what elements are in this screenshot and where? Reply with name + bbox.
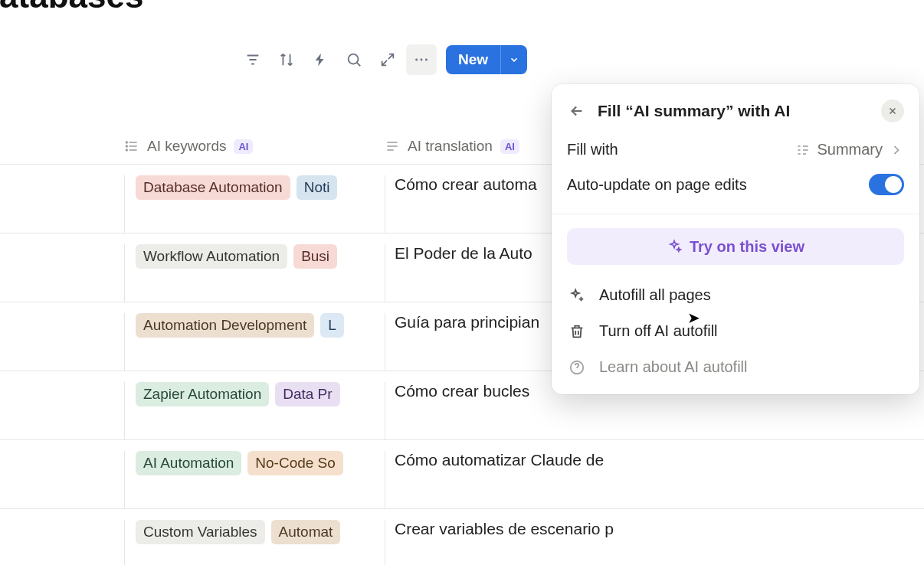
sparkle-icon <box>667 239 682 254</box>
more-icon[interactable] <box>406 44 437 75</box>
ai-badge: AI <box>500 139 519 154</box>
keywords-cell[interactable]: Custom VariablesAutomat <box>124 520 385 565</box>
tag-chip[interactable]: Workflow Automation <box>136 244 287 269</box>
new-dropdown-button[interactable] <box>500 45 527 74</box>
keywords-cell[interactable]: Zapier AutomationData Pr <box>124 382 385 439</box>
ai-badge: AI <box>234 139 253 154</box>
tag-chip[interactable]: Busi <box>293 244 337 269</box>
turn-off-autofill-label: Turn off AI autofill <box>599 322 718 340</box>
popover-title: Fill “AI summary” with AI <box>598 102 870 120</box>
tag-chip[interactable]: No-Code So <box>247 451 343 475</box>
list-icon <box>124 139 139 154</box>
divider <box>552 214 919 214</box>
keywords-cell[interactable]: Database AutomationNoti <box>124 175 385 233</box>
search-icon[interactable] <box>339 44 369 75</box>
svg-point-4 <box>126 142 128 143</box>
chevron-right-icon <box>889 142 904 158</box>
turn-off-autofill[interactable]: Turn off AI autofill <box>552 313 919 349</box>
tag-chip[interactable]: Noti <box>297 175 338 200</box>
auto-update-label: Auto-update on page edits <box>567 176 747 194</box>
table-row[interactable]: ialsCustom VariablesAutomatCrear variabl… <box>0 509 924 565</box>
close-icon <box>887 106 898 116</box>
row-title-cell[interactable]: ials <box>0 451 124 469</box>
ai-autofill-popover: Fill “AI summary” with AI Fill with Summ… <box>552 84 919 394</box>
summary-icon <box>795 142 811 158</box>
try-on-view-button[interactable]: Try on this view <box>567 228 904 265</box>
page-title: ction Databases <box>0 0 143 23</box>
expand-icon[interactable] <box>372 44 403 75</box>
tag-chip[interactable]: L <box>320 313 344 338</box>
keywords-cell[interactable]: Workflow AutomationBusi <box>124 244 385 302</box>
column-header-label: AI keywords <box>147 138 226 155</box>
svg-point-1 <box>415 59 418 61</box>
trash-icon <box>568 323 585 340</box>
svg-point-2 <box>421 59 423 61</box>
fill-with-row[interactable]: Fill with Summary <box>552 133 919 166</box>
table-row[interactable]: ialsAI AutomationNo-Code SoCómo automati… <box>0 440 924 509</box>
row-title-cell[interactable]: ials <box>0 175 124 194</box>
chevron-down-icon <box>509 54 519 65</box>
tag-chip[interactable]: Custom Variables <box>136 520 265 544</box>
close-button[interactable] <box>881 100 904 122</box>
column-header-keywords[interactable]: AI keywords AI <box>124 138 385 155</box>
row-title-cell[interactable]: ials <box>0 313 124 331</box>
autofill-all-pages[interactable]: Autofill all pages <box>552 277 919 313</box>
tag-chip[interactable]: Zapier Automation <box>136 382 269 407</box>
keywords-cell[interactable]: AI AutomationNo-Code So <box>124 451 385 508</box>
text-icon <box>385 139 400 154</box>
arrow-left-icon <box>568 103 585 119</box>
tag-chip[interactable]: Automation Development <box>136 313 314 338</box>
svg-point-0 <box>349 54 359 64</box>
help-icon <box>568 359 585 376</box>
tag-chip[interactable]: Data Pr <box>275 382 339 407</box>
fill-with-value: Summary <box>817 141 883 158</box>
learn-about-autofill-label: Learn about AI autofill <box>599 358 747 376</box>
row-title-cell[interactable]: ials <box>0 244 124 263</box>
column-header-label: AI translation <box>408 138 493 155</box>
auto-update-row: Auto-update on page edits <box>552 166 919 203</box>
sparkle-plus-icon <box>568 287 585 304</box>
new-button[interactable]: New <box>446 45 500 74</box>
translation-cell[interactable]: Crear variables de escenario p <box>385 520 860 565</box>
autofill-all-pages-label: Autofill all pages <box>599 286 711 304</box>
tag-chip[interactable]: Automat <box>271 520 341 544</box>
tag-chip[interactable]: AI Automation <box>136 451 241 475</box>
keywords-cell[interactable]: Automation DevelopmentL <box>124 313 385 371</box>
sort-icon[interactable] <box>271 44 302 75</box>
row-title-cell[interactable]: ials <box>0 520 124 538</box>
auto-update-toggle[interactable] <box>869 174 904 195</box>
filter-icon[interactable] <box>238 44 268 75</box>
database-toolbar: New <box>238 44 527 75</box>
fill-with-label: Fill with <box>567 141 618 158</box>
translation-cell[interactable]: Cómo automatizar Claude de <box>385 451 860 508</box>
back-button[interactable] <box>567 101 587 121</box>
svg-point-3 <box>425 59 428 61</box>
svg-point-5 <box>126 145 128 147</box>
try-on-view-label: Try on this view <box>690 238 804 256</box>
svg-point-6 <box>126 149 128 151</box>
tag-chip[interactable]: Database Automation <box>136 175 290 200</box>
learn-about-autofill[interactable]: Learn about AI autofill <box>552 349 919 385</box>
automation-icon[interactable] <box>305 44 336 75</box>
row-title-cell[interactable]: ials <box>0 382 124 400</box>
